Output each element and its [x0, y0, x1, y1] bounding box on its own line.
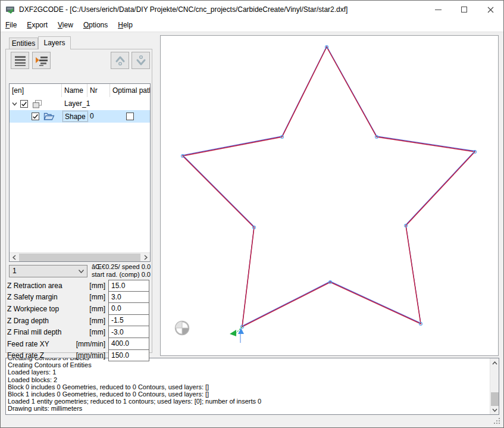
- feed-rate-z-input[interactable]: 150.0: [108, 349, 149, 362]
- tree-row-shape[interactable]: Shape 0: [10, 110, 150, 123]
- layer-name[interactable]: Layer_1: [62, 98, 92, 110]
- open-folder-icon: [43, 112, 55, 121]
- column-header-nr[interactable]: Nr: [87, 84, 110, 97]
- param-row: Z Safety margin[mm] 3.0: [7, 292, 151, 304]
- maximize-button[interactable]: [451, 1, 477, 18]
- tree-row-layer[interactable]: Layer_1: [10, 98, 150, 110]
- column-header-lang[interactable]: [en]: [10, 84, 62, 97]
- shape-enabled-checkbox[interactable]: [32, 113, 39, 120]
- log-line: Loaded blocks: 2: [8, 376, 499, 383]
- move-layer-up-button[interactable]: [111, 52, 129, 69]
- window-title: DXF2GCODE - [C:/Users/erich/Data/DIY Pro…: [19, 5, 348, 14]
- menu-view[interactable]: View: [58, 19, 80, 32]
- resize-grip-icon[interactable]: [493, 417, 500, 424]
- expander-chevron-icon[interactable]: [11, 101, 18, 107]
- param-unit: [mm]: [89, 317, 105, 325]
- log-line: Block 0 includes 0 Geometries, reduced t…: [8, 383, 499, 390]
- param-unit: [mm]: [89, 305, 105, 313]
- log-line: Loaded layers: 1: [8, 368, 499, 376]
- param-label: Feed rate Z: [7, 351, 44, 360]
- param-row: Z Retraction area[mm] 15.0: [7, 280, 151, 292]
- menu-bar: File Export View Options Help: [1, 18, 503, 32]
- drawing-canvas[interactable]: [160, 35, 499, 356]
- chevron-down-icon: [134, 54, 148, 68]
- layers-tab-pane: [en] Name Nr Optimal path: [5, 49, 152, 353]
- param-label: Z Retraction area: [7, 282, 62, 290]
- entity-outline: [183, 46, 475, 326]
- toolpath-parameters: Z Retraction area[mm] 15.0 Z Safety marg…: [7, 280, 151, 361]
- left-panel: Entities Layers: [5, 36, 152, 353]
- move-layer-down-button[interactable]: [132, 52, 150, 69]
- start-direction-arrow-icon: [230, 330, 236, 336]
- tree-horizontal-scrollbar[interactable]: [10, 252, 150, 261]
- z-final-mill-depth-input[interactable]: -3.0: [108, 326, 149, 338]
- expand-layers-button[interactable]: [32, 52, 51, 69]
- tool-select-value: 1: [12, 267, 17, 275]
- log-content: Creating Contours of Blocks Creating Con…: [8, 358, 499, 413]
- tool-start-radius: start rad. (comp) 0.0: [83, 271, 151, 279]
- shape-nr: 0: [90, 111, 94, 122]
- close-icon: [487, 7, 494, 13]
- app-icon: [5, 5, 15, 14]
- status-bar: [1, 415, 503, 427]
- z-safety-margin-input[interactable]: 3.0: [108, 291, 149, 304]
- layer-tree: [en] Name Nr Optimal path: [9, 83, 151, 262]
- log-vertical-scrollbar[interactable]: [490, 358, 499, 414]
- param-unit: [mm]: [89, 328, 105, 336]
- param-label: Z Final mill depth: [7, 328, 61, 336]
- shape-name[interactable]: Shape: [62, 111, 88, 122]
- normal-direction-arrow-icon: [238, 328, 244, 334]
- menu-options[interactable]: Options: [83, 19, 114, 32]
- tab-entities[interactable]: Entities: [9, 38, 38, 49]
- menu-file[interactable]: File: [5, 19, 23, 32]
- feed-rate-xy-input[interactable]: 400.0: [108, 338, 149, 350]
- optimal-path-checkbox[interactable]: [126, 113, 134, 120]
- log-line: Drawing units: millimeters: [8, 405, 499, 412]
- tool-diameter-speed: âŒ€0.25/ speed 0.0: [83, 263, 151, 271]
- start-point-arrows: [230, 327, 244, 343]
- menu-export[interactable]: Export: [27, 19, 54, 32]
- log-line: Creating Contours of Entities: [8, 361, 499, 368]
- message-log[interactable]: Creating Contours of Blocks Creating Con…: [5, 358, 499, 415]
- z-drag-depth-input[interactable]: -1.5: [108, 314, 149, 327]
- z-workpiece-top-input[interactable]: 0.0: [108, 302, 149, 315]
- param-row: Feed rate Z[mm/min] 150.0: [7, 350, 151, 362]
- check-icon: [32, 113, 39, 120]
- column-header-optimal[interactable]: Optimal path: [110, 84, 150, 97]
- scroll-up-arrow-icon[interactable]: [490, 358, 499, 367]
- origin-marker: [176, 321, 189, 335]
- param-unit: [mm/min]: [76, 340, 105, 348]
- param-unit: [mm/min]: [76, 351, 105, 360]
- menu-help[interactable]: Help: [118, 19, 139, 32]
- scroll-down-arrow-icon[interactable]: [490, 405, 499, 414]
- contour-outline[interactable]: [183, 47, 475, 327]
- layers-icon: [32, 99, 42, 109]
- param-label: Z Safety margin: [7, 293, 58, 301]
- minimize-icon: [435, 10, 442, 10]
- check-icon: [21, 101, 27, 107]
- param-label: Z Workpiece top: [7, 305, 59, 313]
- column-header-name[interactable]: Name: [62, 84, 87, 97]
- param-row: Z Drag depth[mm] -1.5: [7, 315, 151, 327]
- collapse-layers-button[interactable]: [11, 52, 29, 69]
- drawing-svg: [161, 36, 498, 355]
- param-unit: [mm]: [89, 282, 105, 290]
- z-retraction-area-input[interactable]: 15.0: [108, 280, 149, 292]
- title-bar: DXF2GCODE - [C:/Users/erich/Data/DIY Pro…: [1, 1, 503, 18]
- param-label: Feed rate XY: [7, 340, 49, 348]
- scroll-right-arrow-icon[interactable]: [141, 253, 150, 262]
- log-line: Block 1 includes 0 Geometries, reduced t…: [8, 390, 499, 398]
- log-line: Loaded 1 entity geometries; reduced to 1…: [8, 398, 499, 405]
- tool-select-dropdown[interactable]: 1: [9, 265, 87, 277]
- tab-layers[interactable]: Layers: [38, 36, 71, 49]
- scrollbar-thumb[interactable]: [491, 392, 499, 406]
- scroll-left-arrow-icon[interactable]: [10, 253, 18, 262]
- param-row: Z Final mill depth[mm] -3.0: [7, 326, 151, 338]
- close-button[interactable]: [477, 1, 503, 18]
- param-unit: [mm]: [89, 293, 105, 301]
- scrollbar-thumb[interactable]: [19, 254, 140, 261]
- minimize-button[interactable]: [425, 1, 451, 18]
- vertex-markers: [181, 46, 477, 329]
- tool-info: âŒ€0.25/ speed 0.0 start rad. (comp) 0.0: [83, 263, 151, 279]
- layer-visible-checkbox[interactable]: [20, 100, 28, 108]
